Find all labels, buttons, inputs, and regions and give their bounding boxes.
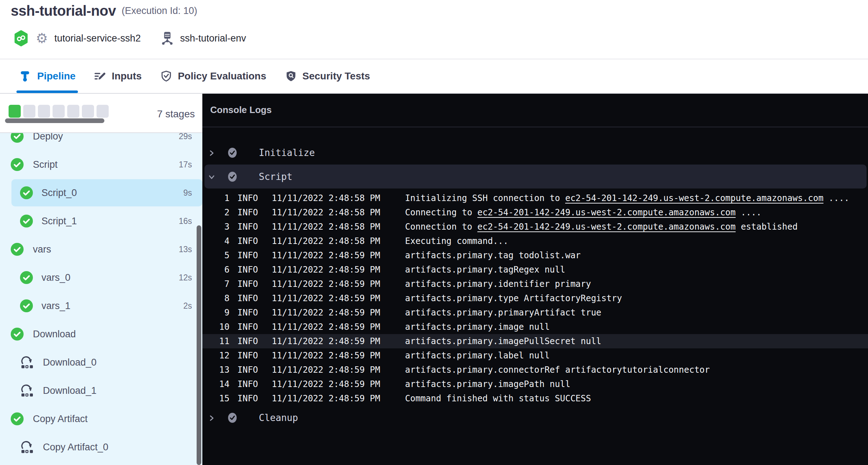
log-message: artifacts.primary.image null xyxy=(405,320,550,334)
stage-row-script-0[interactable]: Script_09s xyxy=(0,179,202,206)
log-line-number: 4 xyxy=(202,234,230,248)
progress-square-7 xyxy=(97,105,109,118)
stage-row-download[interactable]: Download xyxy=(0,320,202,348)
log-line-11: 11INFO11/11/2022 2:48:59 PMartifacts.pri… xyxy=(202,334,868,348)
progress-square-3 xyxy=(38,105,50,118)
log-level: INFO xyxy=(237,234,258,248)
tab-label: Policy Evaluations xyxy=(178,70,266,82)
log-level: INFO xyxy=(237,291,258,305)
stage-row-deploy[interactable]: Deploy29s xyxy=(0,132,202,150)
log-text: Connecting to xyxy=(405,207,477,217)
log-line-number: 5 xyxy=(202,248,230,263)
stage-label: Script xyxy=(33,159,58,170)
log-timestamp: 11/11/2022 2:48:59 PM xyxy=(272,348,380,363)
vertical-scrollbar[interactable] xyxy=(197,225,201,465)
log-text: artifacts.primary.type ArtifactoryRegist… xyxy=(405,293,622,303)
stage-progress-squares xyxy=(9,105,109,118)
log-text: artifacts.primary.label null xyxy=(405,351,550,361)
log-line-15: 15INFO11/11/2022 2:48:59 PMCommand finis… xyxy=(202,391,868,406)
log-line-number: 10 xyxy=(202,320,230,334)
tab-policy-evaluations[interactable]: Policy Evaluations xyxy=(160,70,266,82)
looping-strategy-icon xyxy=(20,441,34,454)
execution-graph-header: 7 stages xyxy=(0,94,202,133)
tab-pipeline[interactable]: Pipeline xyxy=(20,70,75,82)
stage-label: Copy Artifact xyxy=(33,413,88,425)
log-text: established xyxy=(736,222,798,232)
log-section-cleanup[interactable]: Cleanup xyxy=(202,409,868,426)
log-text: artifacts.primary.imagePullSecret null xyxy=(405,336,601,346)
policy-evaluations-icon xyxy=(160,70,172,82)
log-link[interactable]: ec2-54-201-142-249.us-west-2.compute.ama… xyxy=(565,193,823,203)
selected-row-highlight xyxy=(11,179,202,206)
log-timestamp: 11/11/2022 2:48:58 PM xyxy=(272,220,380,234)
log-line-number: 9 xyxy=(202,305,230,320)
tab-label: Inputs xyxy=(112,70,142,82)
tab-security-tests[interactable]: Security Tests xyxy=(285,70,370,82)
log-level: INFO xyxy=(237,391,258,406)
log-line-2: 2INFO11/11/2022 2:48:58 PMConnecting to … xyxy=(202,205,868,220)
log-line-10: 10INFO11/11/2022 2:48:59 PMartifacts.pri… xyxy=(202,320,868,334)
log-timestamp: 11/11/2022 2:48:58 PM xyxy=(272,191,380,205)
tab-inputs[interactable]: Inputs xyxy=(94,70,142,82)
log-message: artifacts.primary.imagePullSecret null xyxy=(405,334,601,348)
log-line-number: 2 xyxy=(202,205,230,220)
service-gear-icon: ⚙ xyxy=(36,30,48,46)
log-level: INFO xyxy=(237,305,258,320)
environment-icon xyxy=(161,31,174,45)
log-message: artifacts.primary.connectorRef artifacto… xyxy=(405,363,710,377)
log-link[interactable]: ec2-54-201-142-249.us-west-2.compute.ama… xyxy=(477,207,735,217)
log-level: INFO xyxy=(237,363,258,377)
log-message: artifacts.primary.tagRegex null xyxy=(405,263,565,277)
stage-row-download-0[interactable]: Download_0 xyxy=(0,349,202,376)
inputs-icon xyxy=(94,70,106,82)
stage-row-download-1[interactable]: Download_1 xyxy=(0,377,202,404)
stage-row-vars-0[interactable]: vars_012s xyxy=(0,264,202,291)
success-check-icon xyxy=(11,243,24,256)
log-section-script[interactable]: Script xyxy=(202,168,868,185)
stage-label: Script_1 xyxy=(41,216,77,227)
log-message: Executing command... xyxy=(405,234,508,248)
log-line-13: 13INFO11/11/2022 2:48:59 PMartifacts.pri… xyxy=(202,363,868,377)
stage-label: Script_0 xyxy=(41,187,77,199)
stage-row-script[interactable]: Script17s xyxy=(0,151,202,178)
page-header: ssh-tutorial-nov (Execution Id: 10) ⚙ tu… xyxy=(0,0,868,59)
cd-module-icon xyxy=(14,30,29,46)
log-section-initialize[interactable]: Initialize xyxy=(202,144,868,161)
stage-duration: 29s xyxy=(179,132,192,141)
log-line-number: 12 xyxy=(202,348,230,363)
chevron-right-icon[interactable] xyxy=(208,415,215,422)
log-message: Initializing SSH connection to ec2-54-20… xyxy=(405,191,849,205)
log-line-number: 11 xyxy=(202,334,230,348)
progress-square-2 xyxy=(23,105,35,118)
log-message: Command finished with status SUCCESS xyxy=(405,391,591,406)
log-line-6: 6INFO11/11/2022 2:48:59 PMartifacts.prim… xyxy=(202,263,868,277)
stage-row-vars-1[interactable]: vars_12s xyxy=(0,292,202,319)
chevron-right-icon[interactable] xyxy=(208,150,215,157)
log-text: Command finished with status SUCCESS xyxy=(405,393,591,403)
log-message: artifacts.primary.label null xyxy=(405,348,550,363)
stage-duration: 16s xyxy=(179,216,192,226)
log-timestamp: 11/11/2022 2:48:59 PM xyxy=(272,277,380,291)
log-text: artifacts.primary.identifier primary xyxy=(405,279,591,289)
stage-row-copy-artifact-0[interactable]: Copy Artifact_0 xyxy=(0,434,202,461)
log-timestamp: 11/11/2022 2:48:58 PM xyxy=(272,205,380,220)
stage-row-copy-artifact[interactable]: Copy Artifact xyxy=(0,405,202,432)
stage-row-script-1[interactable]: Script_116s xyxy=(0,207,202,235)
log-text: artifacts.primary.imagePath null xyxy=(405,379,570,389)
execution-id: (Execution Id: 10) xyxy=(122,5,197,16)
stage-row-vars[interactable]: vars13s xyxy=(0,236,202,263)
environment-name[interactable]: ssh-tutorial-env xyxy=(180,33,246,44)
service-name[interactable]: tutorial-service-ssh2 xyxy=(54,33,141,44)
horizontal-scrollbar[interactable] xyxy=(5,118,104,123)
tab-label: Security Tests xyxy=(302,70,370,82)
success-check-icon xyxy=(11,328,24,341)
log-line-number: 1 xyxy=(202,191,230,205)
log-text: artifacts.primary.image null xyxy=(405,322,550,332)
log-link[interactable]: ec2-54-201-142-249.us-west-2.compute.ama… xyxy=(477,222,735,232)
pipeline-icon xyxy=(20,70,32,82)
chevron-down-icon[interactable] xyxy=(208,173,215,181)
progress-square-1 xyxy=(9,105,21,118)
log-level: INFO xyxy=(237,205,258,220)
log-text: artifacts.primary.primaryArtifact true xyxy=(405,308,601,318)
log-message: artifacts.primary.imagePath null xyxy=(405,377,570,391)
